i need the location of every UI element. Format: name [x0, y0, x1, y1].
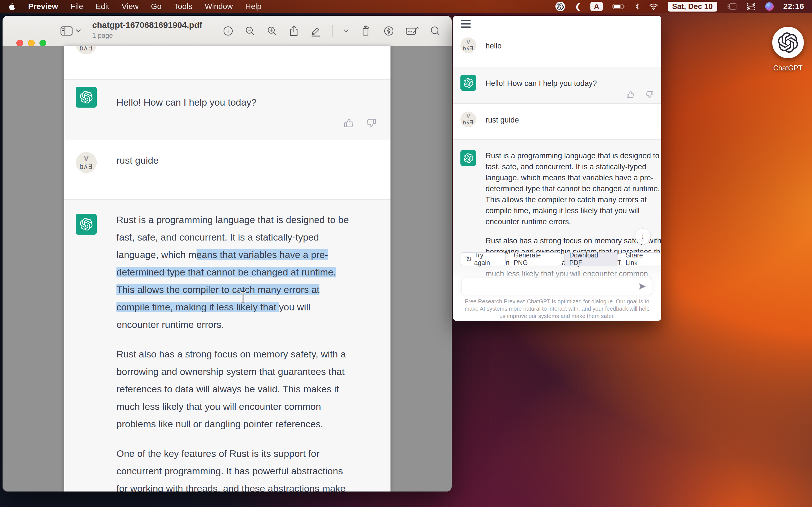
wifi-icon[interactable] — [649, 3, 658, 10]
generate-png-button[interactable]: Generate PNG — [509, 252, 561, 266]
user-message: Vbʎ∃rust guide — [453, 104, 661, 139]
thumbs-down-icon — [645, 90, 654, 99]
send-icon[interactable] — [638, 282, 647, 291]
desktop-icon-chatgpt[interactable]: ChatGPT — [765, 27, 811, 72]
zoom-in-button[interactable] — [266, 25, 278, 37]
battery-icon[interactable] — [612, 3, 625, 10]
chatgpt-avatar — [76, 87, 97, 108]
keyboard-input-menu[interactable]: A — [591, 2, 603, 11]
pdf-page: Vbʎ∃Hello! How can I help you today?Vbʎ∃… — [64, 46, 391, 492]
feedback-buttons — [343, 117, 377, 129]
assistant-message: Rust is a programming language that is d… — [64, 200, 391, 492]
chatgpt-avatar — [460, 150, 476, 166]
desktop: Preview FileEditViewGoToolsWindowHelp ❮ … — [0, 0, 812, 507]
footer-disclaimer: Free Research Preview: ChatGPT is optimi… — [453, 298, 661, 320]
desktop-icon-label: ChatGPT — [765, 64, 811, 72]
feedback-buttons[interactable] — [626, 90, 654, 99]
message-text: hello — [486, 41, 502, 60]
menu-bar-left: Preview FileEditViewGoToolsWindowHelp — [0, 2, 261, 11]
selected-text: compile time, making it less likely that — [116, 302, 279, 313]
zoom-button[interactable] — [40, 40, 46, 47]
user-avatar: Vbʎ∃ — [460, 112, 476, 127]
user-avatar: Vbʎ∃ — [460, 38, 476, 53]
menu-date[interactable]: Sat, Dec 10 — [668, 2, 717, 11]
message-text: Rust is a programming language that is d… — [486, 151, 661, 288]
highlight-button[interactable] — [310, 25, 322, 37]
apple-menu-icon[interactable] — [8, 2, 16, 11]
document-title: chatgpt-1670681691904.pdf — [92, 20, 202, 30]
conversation-actions: ↻Try again Generate PNG Download PDF Sha… — [461, 252, 661, 266]
chatgpt-logo-icon — [772, 27, 804, 58]
document-title-block: chatgpt-1670681691904.pdf 1 page — [92, 20, 202, 40]
preview-window: chatgpt-1670681691904.pdf 1 page — [3, 16, 452, 492]
zoom-out-button[interactable] — [245, 25, 256, 37]
menu-item-view[interactable]: View — [121, 2, 139, 11]
assistant-message: Hello! How can I help you today? — [64, 79, 391, 140]
thumbs-up-icon — [343, 117, 355, 129]
menu-time[interactable]: 22:16 — [783, 2, 804, 11]
share-link-button[interactable]: Share Link — [621, 252, 661, 266]
search-button[interactable] — [430, 25, 441, 37]
preview-titlebar: chatgpt-1670681691904.pdf 1 page — [3, 16, 452, 46]
menu-bar-status: ❮ A — [555, 2, 812, 11]
thumbs-down-icon — [365, 117, 377, 129]
menu-app-name[interactable]: Preview — [28, 2, 58, 11]
fill-sign-button[interactable] — [405, 25, 419, 37]
screen-mirroring-icon[interactable] — [727, 3, 737, 10]
try-again-button[interactable]: ↻Try again — [461, 252, 506, 266]
user-avatar: Vbʎ∃ — [76, 152, 97, 173]
user-message: Vbʎ∃rust guide — [64, 140, 391, 200]
info-button[interactable] — [222, 25, 234, 37]
menu-item-file[interactable]: File — [70, 2, 83, 11]
menu-item-help[interactable]: Help — [245, 2, 262, 11]
minimize-button[interactable] — [28, 40, 35, 47]
menu-item-tools[interactable]: Tools — [174, 2, 192, 11]
user-message: Vbʎ∃hello — [453, 32, 661, 67]
document-pages: 1 page — [92, 32, 202, 40]
assistant-message: Hello! How can I help you today? — [453, 67, 661, 104]
menu-item-go[interactable]: Go — [151, 2, 161, 11]
share-button[interactable] — [289, 25, 299, 37]
user-message: Vbʎ∃ — [64, 46, 391, 79]
message-input[interactable] — [462, 278, 652, 295]
selected-text: This allows the compiler to catch many e… — [116, 284, 319, 295]
menu-item-window[interactable]: Window — [205, 2, 233, 11]
menu-hamburger-icon[interactable] — [461, 20, 470, 30]
composer: Free Research Preview: ChatGPT is optimi… — [453, 267, 661, 321]
scroll-to-bottom-button[interactable]: ↓ — [635, 228, 651, 244]
menu-item-edit[interactable]: Edit — [96, 2, 109, 11]
preview-content: Vbʎ∃Hello! How can I help you today?Vbʎ∃… — [3, 46, 452, 492]
retry-icon: ↻ — [466, 255, 472, 264]
preview-toolbar — [222, 16, 441, 46]
menu-bar: Preview FileEditViewGoToolsWindowHelp ❮ … — [0, 0, 812, 13]
message-text: Hello! How can I help you today? — [116, 94, 257, 123]
close-button[interactable] — [16, 40, 23, 47]
download-pdf-button[interactable]: Download PDF — [564, 252, 617, 266]
selected-text: determined type that cannot be changed a… — [116, 267, 336, 277]
bluetooth-icon[interactable] — [635, 3, 640, 10]
siri-icon[interactable] — [765, 2, 774, 11]
toolbar-divider — [333, 25, 333, 37]
user-avatar: Vbʎ∃ — [76, 46, 97, 54]
thumbs-up-icon — [626, 90, 635, 99]
chevron-down-icon — [76, 29, 81, 33]
chevron-left-icon[interactable]: ❮ — [574, 2, 581, 11]
chatgpt-avatar — [76, 214, 97, 235]
sidebar-toggle-button[interactable] — [60, 25, 81, 36]
message-text: rust guide — [116, 152, 158, 181]
message-text: Rust is a programming language that is d… — [116, 211, 349, 492]
chatgpt-menubar-icon[interactable] — [555, 2, 565, 11]
text-cursor — [239, 291, 247, 303]
control-center-icon[interactable] — [747, 2, 756, 11]
markup-pen-button[interactable] — [383, 25, 395, 37]
message-text: rust guide — [486, 115, 519, 134]
rotate-button[interactable] — [360, 25, 372, 37]
selected-text: eans that variables have a pre- — [197, 249, 328, 260]
chatgpt-avatar — [460, 75, 476, 91]
message-text: Hello! How can I help you today? — [486, 78, 597, 97]
menu-items: FileEditViewGoToolsWindowHelp — [70, 2, 261, 11]
highlight-dropdown-chevron[interactable] — [343, 29, 349, 33]
chatgpt-window: Vbʎ∃helloHello! How can I help you today… — [453, 16, 661, 321]
chatgpt-topbar — [453, 16, 661, 32]
